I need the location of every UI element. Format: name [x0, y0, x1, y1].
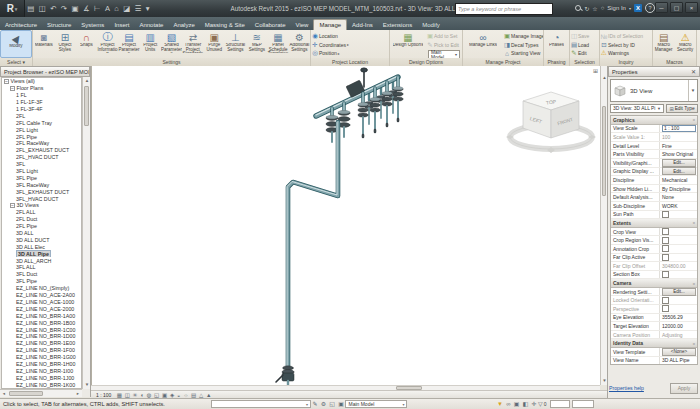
- ids-of-selection-button[interactable]: №IDs of Selection: [600, 32, 652, 41]
- tree-item-ez-line-no-brr-1f00[interactable]: EZ_LINE NO_BRR-1F00: [2, 347, 81, 354]
- snaps-button[interactable]: ∩Snaps: [76, 30, 97, 58]
- macro-manager-button[interactable]: ▤Macro Manager: [653, 30, 675, 58]
- show-analytical-model-icon[interactable]: △: [199, 392, 203, 398]
- add-to-set-button[interactable]: ▣Add to Set: [426, 32, 462, 41]
- save-icon[interactable]: ◫: [39, 5, 46, 12]
- tab-architecture[interactable]: Architecture: [0, 20, 42, 30]
- editable-only-filter-icon[interactable]: ▼: [497, 401, 503, 408]
- tree-item-2fl-raceway[interactable]: 2FL RaceWay: [2, 140, 81, 147]
- tree-item-3fl-light[interactable]: 3FL Light: [2, 168, 81, 175]
- tab-collaborate[interactable]: Collaborate: [250, 20, 291, 30]
- restore-icon[interactable]: ▢: [670, 2, 683, 13]
- tab-structure[interactable]: Structure: [42, 20, 76, 30]
- tree-item-2fl-pipe[interactable]: 2FL Pipe: [2, 133, 81, 140]
- open-icon[interactable]: ▤: [27, 5, 34, 12]
- position-button[interactable]: ◎Position▸: [311, 49, 389, 58]
- design-options-button[interactable]: ▦Design Options: [390, 30, 426, 58]
- application-menu-button[interactable]: R▾: [0, 0, 25, 17]
- print-icon[interactable]: ▣: [71, 5, 78, 12]
- project-browser-header[interactable]: Project Browser - ezISO MEP MODEL_... ✕: [0, 66, 90, 77]
- property-value[interactable]: Mechanical: [660, 177, 697, 183]
- tree-item-ez-line-no-brr-1b00[interactable]: EZ_LINE NO_BRR-1B00: [2, 319, 81, 326]
- property-value[interactable]: By Discipline: [660, 186, 697, 192]
- coordinates-button[interactable]: ✛Coordinates▸: [311, 41, 389, 50]
- tree-item-3fl[interactable]: 3FL: [2, 161, 81, 168]
- tab-systems[interactable]: Systems: [76, 20, 109, 30]
- sign-in-button[interactable]: Sign In: [607, 5, 626, 11]
- edit-requests-icon[interactable]: ✎: [313, 401, 318, 408]
- property-value[interactable]: 3D ALL Pipe: [660, 357, 697, 363]
- property-value[interactable]: 35506.29: [660, 314, 697, 320]
- chevron-down-icon[interactable]: ▾: [629, 6, 631, 11]
- communication-center-icon[interactable]: ↻: [584, 5, 589, 12]
- tab-modify[interactable]: Modify: [417, 20, 445, 30]
- scrollbar-thumb[interactable]: [84, 86, 89, 126]
- tree-item-3d-all-pipe[interactable]: 3D ALL Pipe: [2, 250, 81, 257]
- tree-item-ez-line-no-brr-1a00[interactable]: EZ_LINE NO_BRR-1A00: [2, 312, 81, 319]
- tree-item-3d-all-duct[interactable]: 3D ALL DUCT: [2, 236, 81, 243]
- tree-item-2fl-all[interactable]: 2FL ALL: [2, 209, 81, 216]
- section-collapse-icon[interactable]: ¤: [693, 117, 695, 122]
- navigation-bar-icon[interactable]: ⊞: [592, 68, 599, 75]
- section-header-camera[interactable]: Camera¤: [611, 279, 697, 288]
- close-icon[interactable]: ×: [685, 2, 698, 13]
- edit-type-button[interactable]: ⊞ Edit Type: [666, 104, 698, 113]
- tree-item-1-fl[interactable]: 1 FL: [2, 92, 81, 99]
- purge-unused-button[interactable]: ▣Purge Unused: [204, 30, 225, 58]
- lock-3d-view-icon[interactable]: ◈: [170, 392, 174, 398]
- shared-parameters-button[interactable]: ▧Shared Parameters: [161, 30, 182, 58]
- phases-button[interactable]: ◔Phases: [544, 30, 569, 58]
- close-icon[interactable]: ✕: [691, 69, 696, 75]
- tree-item-ez-line-no-brr-1e00[interactable]: EZ_LINE NO_BRR-1E00: [2, 340, 81, 347]
- redo-icon[interactable]: ↷: [61, 5, 67, 12]
- design-option-status-icon[interactable]: ◧: [523, 401, 529, 408]
- scroll-right-icon[interactable]: ▸: [74, 390, 82, 398]
- help-icon[interactable]: ?: [645, 3, 655, 13]
- default-3d-view-icon[interactable]: ⌂: [114, 5, 119, 12]
- temporary-view-properties-icon[interactable]: ▤: [191, 392, 196, 398]
- collapse-icon[interactable]: −: [4, 79, 9, 84]
- tree-item-views-all-[interactable]: −Views (all): [2, 78, 81, 85]
- panel-schedule-templates-button[interactable]: ▦Panel Schedule Templates: [267, 30, 288, 58]
- scroll-down-icon[interactable]: ▼: [83, 381, 91, 389]
- show-rendering-dialog-icon[interactable]: ◍: [146, 392, 151, 398]
- tree-item-ez-line-no-brr-1i00[interactable]: EZ_LINE NO_BRR-1I00: [2, 367, 81, 374]
- tree-item-ez-line-no-ace-2a00[interactable]: EZ_LINE NO_ACE-2A00: [2, 292, 81, 299]
- drawing-area[interactable]: TOP LEFT FRONT: [91, 66, 600, 385]
- edit-button[interactable]: <None>: [662, 348, 696, 356]
- pick-to-edit-button[interactable]: ✎Pick to Edit: [426, 41, 462, 50]
- link-status-icon[interactable]: ∞: [506, 401, 510, 408]
- section-collapse-icon[interactable]: ¤: [693, 341, 695, 346]
- scrollbar-thumb[interactable]: [9, 391, 43, 396]
- thin-lines-icon[interactable]: ☰: [135, 5, 142, 12]
- worksets-icon[interactable]: ⚙: [321, 401, 326, 408]
- tab-add-ins[interactable]: Add-Ins: [347, 20, 378, 30]
- tab-massing-site[interactable]: Massing & Site: [200, 20, 250, 30]
- project-information-button[interactable]: ⓘProject Information: [97, 30, 118, 58]
- view-scale-button[interactable]: 1 : 100: [96, 392, 111, 398]
- tree-item-3fl-pipe[interactable]: 3FL Pipe: [2, 278, 81, 285]
- tree-item-3fl-raceway[interactable]: 3FL RaceWay: [2, 181, 81, 188]
- checkbox[interactable]: [662, 237, 669, 244]
- modify-button[interactable]: ▶Modify: [0, 30, 32, 58]
- editable-only-toggle-icon[interactable]: ◱: [329, 401, 335, 408]
- panel-label[interactable]: Select ▾: [0, 58, 32, 66]
- warnings-button[interactable]: ⚠Warnings: [600, 49, 652, 58]
- tree-item-3d-all-arch[interactable]: 3D ALL_ARCH: [2, 257, 81, 264]
- tree-item-floor-plans[interactable]: −Floor Plans: [2, 85, 81, 92]
- tree-item-2fl-duct[interactable]: 2FL Duct: [2, 216, 81, 223]
- property-value[interactable]: WORK: [660, 203, 697, 209]
- shadows-icon[interactable]: ◐: [140, 392, 143, 398]
- properties-help-link[interactable]: Properties help: [609, 385, 644, 391]
- tree-item-2fl-hvac-duct[interactable]: 2FL_HVAC DUCT: [2, 154, 81, 161]
- project-parameters-button[interactable]: ▤Project Parameters: [118, 30, 139, 58]
- text-icon[interactable]: A: [105, 5, 110, 12]
- tree-item-2fl-pipe[interactable]: 2FL Pipe: [2, 223, 81, 230]
- macro-security-button[interactable]: ⚠Macro Security: [675, 30, 697, 58]
- edit-button[interactable]: Edit...: [662, 159, 696, 167]
- tree-item-3d-all[interactable]: 3D ALL: [2, 230, 81, 237]
- tree-item-ez-line-no-brr-1k00[interactable]: EZ_LINE NO_BRR-1K00: [2, 381, 81, 388]
- canvas-vertical-scrollbar[interactable]: ▲ ▼: [600, 66, 607, 385]
- starting-view-button[interactable]: ⌂Starting View: [503, 49, 543, 58]
- checkbox[interactable]: [662, 211, 669, 218]
